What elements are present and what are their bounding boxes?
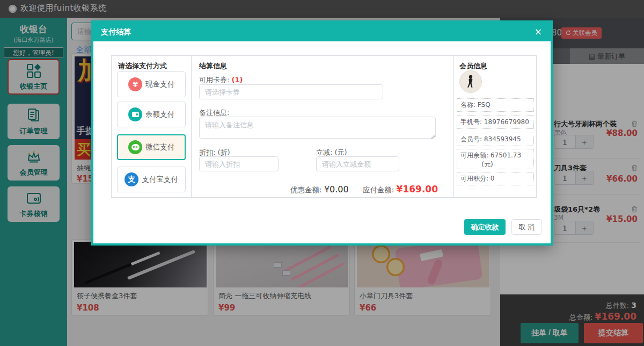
member-balance-row: 可用余额: 67501.73 (元) — [457, 149, 534, 169]
payment-method-alipay[interactable]: 支 支付宝支付 — [117, 167, 186, 192]
remark-textarea[interactable] — [199, 117, 436, 139]
payable-amount-value: ¥169.00 — [397, 184, 438, 194]
reduce-input[interactable] — [316, 156, 399, 171]
divider — [191, 56, 192, 197]
settlement-info-title: 结算信息 — [199, 61, 227, 71]
member-name-row: 名称: FSQ — [457, 98, 534, 112]
member-info-title: 会员信息 — [459, 61, 487, 71]
wechat-icon — [128, 140, 142, 154]
payment-method-balance[interactable]: 余额支付 — [117, 102, 186, 127]
amount-row: 优惠金额: ¥0.00 应付金额: ¥169.00 — [191, 184, 443, 195]
modal-body: 请选择支付方式 ¥ 现金支付 余额支付 微信支付 支 支付宝支付 结算信息 可用… — [93, 41, 551, 243]
alipay-icon: 支 — [125, 172, 138, 186]
settlement-pane: 请选择支付方式 ¥ 现金支付 余额支付 微信支付 支 支付宝支付 结算信息 可用… — [111, 55, 537, 198]
avatar — [459, 70, 482, 93]
modal-title: 支付结算 — [101, 27, 131, 37]
resize-handle-icon[interactable] — [431, 134, 435, 139]
discount-input[interactable] — [199, 156, 279, 171]
payment-method-label: 微信支付 — [145, 142, 174, 152]
cash-icon: ¥ — [128, 77, 142, 91]
payment-method-wechat[interactable]: 微信支付 — [117, 134, 186, 160]
member-id-row: 会员号: 834593945 — [457, 133, 534, 146]
coupon-label: 可用卡券: (1) — [199, 75, 243, 85]
member-phone-row: 手机号: 18976679980 — [457, 116, 534, 129]
divider — [453, 56, 454, 197]
cancel-button[interactable]: 取 消 — [511, 219, 542, 235]
member-points-row: 可用积分: 0 — [457, 172, 534, 185]
payment-method-label: 现金支付 — [145, 80, 174, 89]
coupon-count: (1) — [232, 76, 243, 84]
discount-amount-value: ¥0.00 — [324, 184, 349, 194]
payment-settlement-modal: 支付结算 × 请选择支付方式 ¥ 现金支付 余额支付 微信支付 支 支付宝支付 — [91, 20, 553, 246]
payment-method-cash[interactable]: ¥ 现金支付 — [117, 71, 186, 97]
close-icon[interactable]: × — [535, 26, 542, 37]
payment-methods-title: 请选择支付方式 — [118, 61, 167, 71]
confirm-payment-button[interactable]: 确定收款 — [464, 219, 506, 235]
modal-header: 支付结算 × — [93, 23, 551, 41]
payment-method-label: 支付宝支付 — [142, 175, 178, 184]
payment-method-label: 余额支付 — [145, 110, 174, 119]
wallet-icon — [128, 107, 142, 121]
coupon-select[interactable] — [199, 84, 383, 99]
